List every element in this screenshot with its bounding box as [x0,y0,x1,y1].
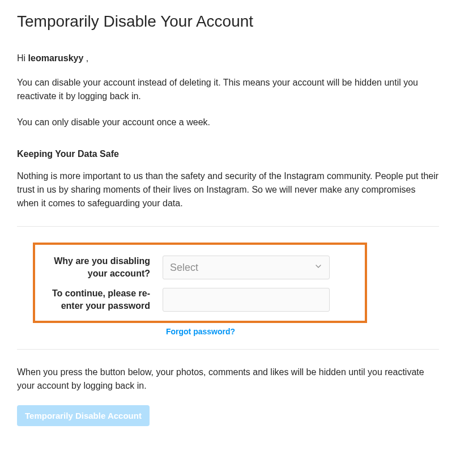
divider-top [17,226,439,227]
forgot-wrap: Forgot password? [17,326,384,337]
reason-select-wrap: Select [163,256,330,279]
para-once-week: You can only disable your account once a… [17,116,439,129]
form-row-reason: Why are you disabling your account? Sele… [46,255,353,279]
reason-label: Why are you disabling your account? [46,255,163,279]
greeting-username: leomaruskyy [28,53,84,63]
para-data-safe: Nothing is more important to us than the… [17,169,439,210]
temporarily-disable-button[interactable]: Temporarily Disable Account [17,405,150,426]
form-row-password: To continue, please re-enter your passwo… [46,287,353,312]
reason-select[interactable]: Select [163,256,330,279]
greeting-tail: , [83,53,88,63]
password-label: To continue, please re-enter your passwo… [46,287,163,312]
forgot-password-link[interactable]: Forgot password? [166,327,235,336]
greeting-hi: Hi [17,53,28,63]
subhead-keeping-data-safe: Keeping Your Data Safe [17,149,439,159]
page-title: Temporarily Disable Your Account [17,12,439,31]
para-disable-info: You can disable your account instead of … [17,76,439,103]
greeting-line: Hi leomaruskyy , [17,53,439,63]
highlight-box: Why are you disabling your account? Sele… [33,243,367,323]
password-input[interactable] [163,288,330,312]
para-hidden-info: When you press the button below, your ph… [17,366,439,393]
divider-bottom [17,349,439,350]
